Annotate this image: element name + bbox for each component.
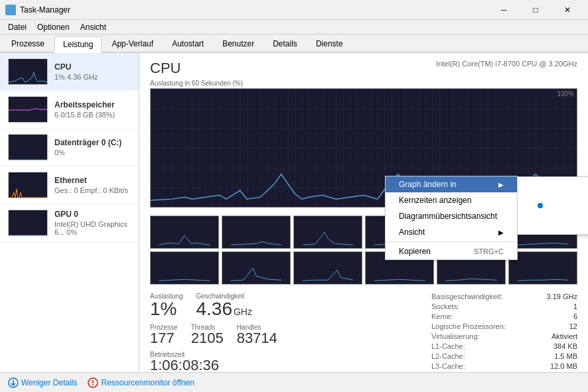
- ctx-kopieren-shortcut: STRG+C: [474, 247, 504, 255]
- ctx-diagramm-label: Diagrammübersichtsansicht: [399, 212, 497, 221]
- radio-selected: [538, 203, 543, 208]
- gpu-info: GPU 0 Intel(R) UHD Graphics 6... 0%: [54, 210, 131, 236]
- l2-row: L2-Cache: 1.5 MB: [431, 352, 577, 360]
- submenu-logische[interactable]: Logische Prozessoren: [518, 193, 588, 218]
- svg-rect-1: [11, 6, 15, 9]
- sidebar-item-cpu[interactable]: CPU 1% 4.36 GHz: [0, 53, 139, 91]
- handles-value: 83714: [237, 331, 277, 346]
- threads-block: Threads 2105: [191, 324, 224, 346]
- title-text: Task-Manager: [20, 5, 70, 15]
- prozesse-block: Prozesse 177: [150, 324, 178, 346]
- ctx-kopieren-label: Kopieren: [399, 247, 431, 256]
- disk-title: Datenträger 0 (C:): [54, 138, 131, 147]
- tab-autostart[interactable]: Autostart: [163, 36, 212, 52]
- menu-ansicht[interactable]: Ansicht: [75, 21, 111, 33]
- geschwindigkeit-block: Geschwindigkeit 4.36 GHz: [196, 293, 252, 318]
- radio-empty-2: [538, 224, 543, 229]
- basisgeschwindigkeit-value: 3.19 GHz: [547, 293, 577, 300]
- l1-row: L1-Cache: 384 KB: [431, 342, 577, 350]
- radio-empty: [538, 182, 543, 188]
- cpu-title: CPU: [54, 62, 131, 72]
- weniger-details-icon: [8, 377, 19, 388]
- bottom-bar: Weniger Details Ressourcenmonitor öffnen: [0, 372, 588, 392]
- ethernet-thumb: [8, 172, 48, 198]
- svg-rect-2: [7, 11, 10, 14]
- cpu-model: Intel(R) Core(TM) i7-8700 CPU @ 3.20GHz: [436, 60, 577, 68]
- menu-optionen[interactable]: Optionen: [32, 21, 75, 33]
- cpu-mini-7: [222, 251, 291, 285]
- ressourcenmonitor-btn[interactable]: Ressourcenmonitor öffnen: [88, 377, 194, 388]
- ctx-graph-aendern-arrow: ▶: [498, 181, 504, 188]
- ctx-diagramm[interactable]: Diagrammübersichtsansicht: [386, 208, 517, 224]
- maximize-button[interactable]: □: [520, 0, 551, 20]
- l3-row: L3-Cache: 12.0 MB: [431, 362, 577, 370]
- kerne-label: Kerne:: [431, 312, 453, 320]
- ctx-graph-aendern[interactable]: Graph ändern in ▶ Gesamtauslastung Logis…: [386, 176, 517, 192]
- tab-benutzer[interactable]: Benutzer: [214, 36, 263, 52]
- cpu-mini-1: [222, 216, 291, 249]
- l3-label: L3-Cache:: [431, 362, 465, 370]
- close-button[interactable]: ✕: [552, 0, 583, 20]
- content-title: CPU: [150, 60, 181, 77]
- ctx-kernzeiten[interactable]: Kernzeiten anzeigen: [386, 192, 517, 208]
- submenu-gesamtauslastung[interactable]: Gesamtauslastung: [518, 177, 588, 193]
- submenu-gesamtauslastung-label: Gesamtauslastung: [547, 180, 588, 190]
- stats-row-1: Auslastung 1% Geschwindigkeit 4.36 GHz: [150, 293, 418, 318]
- virtualisierung-value: Aktiviert: [551, 332, 577, 340]
- logische-row: Logische Prozessoren: 12: [431, 322, 577, 330]
- menu-bar: Datei Optionen Ansicht: [0, 20, 588, 34]
- sidebar-item-gpu[interactable]: GPU 0 Intel(R) UHD Graphics 6... 0%: [0, 204, 139, 242]
- memory-thumb: [8, 96, 48, 123]
- tab-leistung[interactable]: Leistung: [54, 36, 102, 53]
- cpu-mini-8: [293, 251, 362, 285]
- cpu-mini-0: [150, 216, 219, 249]
- cpu-mini-11: [508, 251, 577, 285]
- memory-title: Arbeitsspeicher: [54, 100, 131, 109]
- graph-label: Auslastung in 60 Sekunden (%): [150, 80, 577, 87]
- weniger-details-btn[interactable]: Weniger Details: [8, 377, 77, 388]
- minimize-button[interactable]: ─: [488, 0, 519, 20]
- svg-rect-3: [11, 11, 15, 14]
- prozesse-value: 177: [150, 331, 178, 346]
- l2-label: L2-Cache:: [431, 352, 465, 360]
- virtualisierung-row: Virtualisierung: Aktiviert: [431, 332, 577, 340]
- betriebszeit-block: Betriebszeit 1:06:08:36: [150, 351, 418, 372]
- ctx-kopieren[interactable]: Kopieren STRG+C: [386, 243, 517, 259]
- sidebar-item-ethernet[interactable]: Ethernet Ges.: 0 Empf.: 0 KBit/s: [0, 166, 139, 204]
- kerne-value: 6: [573, 312, 577, 320]
- cpu-thumb: [8, 58, 48, 85]
- tab-app-verlauf[interactable]: App-Verlauf: [103, 36, 162, 52]
- virtualisierung-label: Virtualisierung:: [431, 332, 480, 340]
- memory-subtitle: 6.0/15.8 GB (38%): [54, 111, 131, 119]
- title-bar: Task-Manager ─ □ ✕: [0, 0, 588, 20]
- l1-label: L1-Cache:: [431, 342, 465, 350]
- tab-prozesse[interactable]: Prozesse: [3, 36, 53, 52]
- context-menu: Graph ändern in ▶ Gesamtauslastung Logis…: [385, 176, 518, 260]
- gpu-thumb: [8, 210, 48, 236]
- svg-rect-17: [518, 252, 569, 284]
- sidebar: CPU 1% 4.36 GHz Arbeitsspeicher 6.0/15.8…: [0, 53, 139, 372]
- stats-row-2: Prozesse 177 Threads 2105 Handles 83714: [150, 324, 418, 346]
- disk-subtitle: 0%: [54, 149, 131, 157]
- cpu-info: CPU 1% 4.36 GHz: [54, 62, 131, 81]
- geschwindigkeit-value: 4.36: [196, 300, 232, 318]
- logische-value: 12: [569, 322, 577, 330]
- tab-bar: Prozesse Leistung App-Verlauf Autostart …: [0, 34, 588, 53]
- tab-dienste[interactable]: Dienste: [307, 36, 352, 52]
- sidebar-item-disk[interactable]: Datenträger 0 (C:) 0%: [0, 129, 139, 166]
- memory-info: Arbeitsspeicher 6.0/15.8 GB (38%): [54, 100, 131, 119]
- ctx-ansicht-arrow: ▶: [498, 229, 504, 236]
- gpu-subtitle: Intel(R) UHD Graphics 6... 0%: [54, 220, 131, 236]
- sockets-label: Sockets:: [431, 302, 459, 310]
- weniger-details-label: Weniger Details: [21, 378, 77, 387]
- ctx-ansicht[interactable]: Ansicht ▶: [386, 224, 517, 240]
- ressourcenmonitor-icon: [88, 377, 98, 388]
- main-area: CPU 1% 4.36 GHz Arbeitsspeicher 6.0/15.8…: [0, 53, 588, 372]
- graph-pct: 100%: [557, 90, 574, 98]
- sidebar-item-memory[interactable]: Arbeitsspeicher 6.0/15.8 GB (38%): [0, 91, 139, 129]
- tab-details[interactable]: Details: [264, 36, 306, 52]
- submenu-numa[interactable]: NUMA-Knoten: [518, 218, 588, 234]
- menu-datei[interactable]: Datei: [3, 21, 32, 33]
- svg-rect-14: [303, 252, 354, 284]
- basisgeschwindigkeit-row: Basisgeschwindigkeit: 3.19 GHz: [431, 293, 577, 300]
